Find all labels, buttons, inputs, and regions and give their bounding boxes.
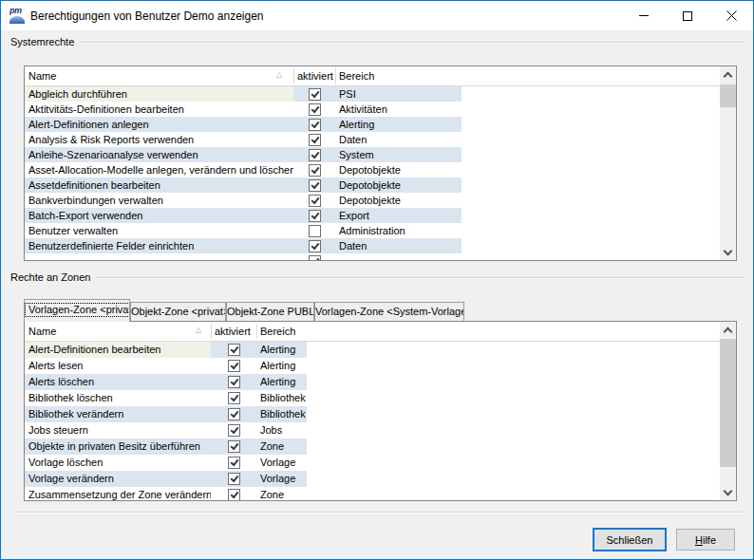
aktiviert-checkbox[interactable] bbox=[228, 408, 240, 420]
tab-objekt-zone-public[interactable]: Objekt-Zone PUBLIC bbox=[226, 302, 314, 321]
aktiviert-checkbox[interactable] bbox=[309, 134, 321, 146]
bereich-cell: System bbox=[335, 147, 462, 162]
aktiviert-checkbox[interactable] bbox=[309, 149, 321, 161]
tab-objekt-zone-privat[interactable]: Objekt-Zone <privat> bbox=[130, 302, 226, 321]
chevron-down-icon bbox=[724, 486, 733, 495]
aktiviert-cell bbox=[211, 439, 256, 455]
aktiviert-checkbox[interactable] bbox=[309, 240, 321, 252]
scroll-up-button[interactable] bbox=[720, 322, 736, 338]
aktiviert-checkbox[interactable] bbox=[309, 119, 321, 131]
maximize-button[interactable] bbox=[666, 1, 709, 30]
aktiviert-checkbox[interactable] bbox=[228, 440, 240, 453]
table-row[interactable]: Abgleich durchführenPSI bbox=[25, 86, 462, 102]
scrollbar-thumb[interactable] bbox=[720, 84, 736, 107]
systemrechte-vertical-scrollbar[interactable] bbox=[720, 66, 736, 260]
aktiviert-checkbox[interactable] bbox=[309, 88, 321, 101]
aktiviert-checkbox[interactable] bbox=[228, 376, 240, 388]
scroll-up-button[interactable] bbox=[720, 66, 736, 83]
column-resize-handle[interactable] bbox=[256, 324, 257, 339]
column-header-aktiviert[interactable]: aktiviert bbox=[297, 70, 333, 82]
table-row[interactable]: Assetdefinitionen bearbeitenDepotobjekte bbox=[25, 177, 462, 193]
column-resize-handle[interactable] bbox=[335, 68, 336, 84]
scrollbar-thumb[interactable] bbox=[720, 339, 736, 467]
tab-vorlagen-zone-system-vorlagen[interactable]: Vorlagen-Zone <System-Vorlagen> bbox=[314, 302, 464, 321]
bereich-cell: PSI bbox=[335, 86, 462, 102]
column-header-bereich[interactable]: Bereich bbox=[339, 70, 374, 82]
aktiviert-checkbox[interactable] bbox=[309, 164, 321, 177]
aktiviert-checkbox[interactable] bbox=[309, 255, 321, 261]
scroll-down-button[interactable] bbox=[720, 484, 736, 500]
aktiviert-checkbox[interactable] bbox=[228, 392, 240, 404]
zonen-table-header: Name △ aktiviert Bereich bbox=[25, 322, 736, 342]
sort-ascending-icon[interactable]: △ bbox=[196, 326, 201, 334]
table-row[interactable]: Alerts lesenAlerting bbox=[25, 358, 307, 374]
table-row[interactable]: Alerts löschenAlerting bbox=[25, 374, 307, 390]
bereich-cell: Depotobjekte bbox=[335, 177, 462, 193]
name-cell: Abgleich durchführen bbox=[25, 86, 293, 102]
aktiviert-checkbox[interactable] bbox=[228, 424, 240, 437]
aktiviert-checkbox[interactable] bbox=[309, 103, 321, 116]
column-resize-handle[interactable] bbox=[293, 68, 294, 84]
scroll-down-button[interactable] bbox=[720, 244, 736, 260]
table-row[interactable]: Anleihe-Szenarioanalyse verwendenSystem bbox=[25, 147, 462, 162]
table-row[interactable]: Batch-Export verwendenExport bbox=[25, 208, 462, 223]
table-row[interactable]: Vorlage verändernVorlage bbox=[25, 471, 307, 487]
aktiviert-checkbox[interactable] bbox=[309, 195, 321, 207]
aktiviert-checkbox[interactable] bbox=[309, 225, 321, 237]
column-header-aktiviert[interactable]: aktiviert bbox=[215, 326, 251, 337]
name-cell: Vorlage löschen bbox=[25, 455, 211, 471]
aktiviert-cell bbox=[293, 193, 335, 208]
maximize-icon bbox=[683, 11, 692, 21]
name-cell: Alert-Definitionen bearbeiten bbox=[25, 342, 211, 358]
name-cell: Alerts lesen bbox=[25, 358, 211, 374]
table-row[interactable]: Objekte in privaten Besitz überführenZon… bbox=[25, 439, 307, 455]
table-row[interactable]: Vorlage löschenVorlage bbox=[25, 455, 307, 471]
aktiviert-checkbox[interactable] bbox=[228, 473, 240, 485]
table-row[interactable]: Zusammensetzung der Zone verändernZone bbox=[25, 487, 307, 500]
table-row[interactable]: Analysis & Risk Reports verwendenDaten bbox=[25, 132, 462, 147]
minimize-button[interactable] bbox=[622, 1, 666, 30]
table-row[interactable] bbox=[25, 253, 462, 260]
table-row[interactable]: Alert-Definitionen bearbeitenAlerting bbox=[25, 342, 307, 358]
name-cell: Objekte in privaten Besitz überführen bbox=[25, 439, 211, 455]
close-window-button[interactable] bbox=[709, 1, 753, 30]
name-cell: Zusammensetzung der Zone verändern bbox=[25, 487, 211, 500]
name-cell: Bibliothek verändern bbox=[25, 406, 211, 422]
table-row[interactable]: Bankverbindungen verwaltenDepotobjekte bbox=[25, 193, 462, 208]
aktiviert-checkbox[interactable] bbox=[309, 179, 321, 192]
name-cell: Jobs steuern bbox=[25, 422, 211, 439]
bereich-cell: Bibliothek bbox=[256, 406, 307, 422]
systemrechte-group-header: Systemrechte bbox=[10, 36, 745, 47]
aktiviert-checkbox[interactable] bbox=[228, 457, 240, 469]
table-row[interactable]: Jobs steuernJobs bbox=[25, 422, 307, 439]
table-row[interactable]: Aktitvitäts-Definitionen bearbeitenAktiv… bbox=[25, 102, 462, 117]
table-row[interactable]: Asset-Allocation-Modelle anlegen, veränd… bbox=[25, 162, 462, 177]
help-button[interactable]: Hilfe bbox=[676, 529, 735, 551]
tab-vorlagen-zone-privat[interactable]: Vorlagen-Zone <privat> bbox=[24, 299, 130, 322]
table-row[interactable]: Bibliothek verändernBibliothek bbox=[25, 406, 307, 422]
zonen-vertical-scrollbar[interactable] bbox=[720, 322, 736, 500]
name-cell: Alert-Definitionen anlegen bbox=[25, 117, 293, 132]
close-button-label: Schließen bbox=[607, 534, 653, 546]
table-row[interactable]: Benutzerdefinierte Felder einrichtenDate… bbox=[25, 238, 462, 253]
column-header-name[interactable]: Name bbox=[28, 326, 56, 337]
aktiviert-checkbox[interactable] bbox=[228, 360, 240, 372]
zonen-label: Rechte an Zonen bbox=[10, 271, 90, 283]
aktiviert-cell bbox=[211, 358, 256, 374]
aktiviert-checkbox[interactable] bbox=[228, 489, 240, 500]
aktiviert-checkbox[interactable] bbox=[309, 210, 321, 222]
sort-ascending-icon[interactable]: △ bbox=[276, 70, 282, 79]
table-row[interactable]: Bibliothek löschenBibliothek bbox=[25, 390, 307, 406]
name-cell: Benutzerdefinierte Felder einrichten bbox=[25, 238, 293, 253]
column-header-bereich[interactable]: Bereich bbox=[260, 326, 295, 337]
column-header-name[interactable]: Name bbox=[28, 70, 56, 82]
aktiviert-cell bbox=[293, 253, 335, 260]
bereich-cell: Daten bbox=[335, 132, 462, 147]
bereich-cell: Alerting bbox=[335, 117, 462, 132]
column-resize-handle[interactable] bbox=[211, 324, 212, 339]
window-controls bbox=[622, 1, 753, 30]
table-row[interactable]: Benutzer verwaltenAdministration bbox=[25, 223, 462, 238]
close-button[interactable]: Schließen bbox=[593, 528, 667, 551]
table-row[interactable]: Alert-Definitionen anlegenAlerting bbox=[25, 117, 462, 132]
aktiviert-checkbox[interactable] bbox=[228, 344, 240, 356]
